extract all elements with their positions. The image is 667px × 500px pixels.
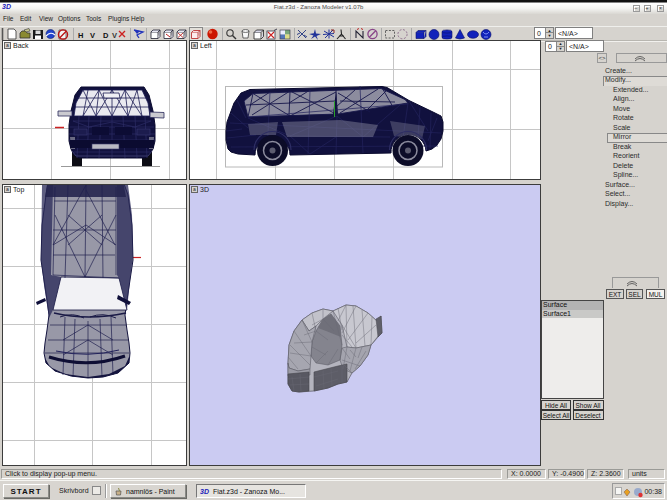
svg-text:V: V — [90, 31, 95, 40]
svg-text:H: H — [78, 31, 83, 40]
svg-text:V: V — [112, 31, 117, 40]
svg-text:D: D — [103, 31, 109, 40]
